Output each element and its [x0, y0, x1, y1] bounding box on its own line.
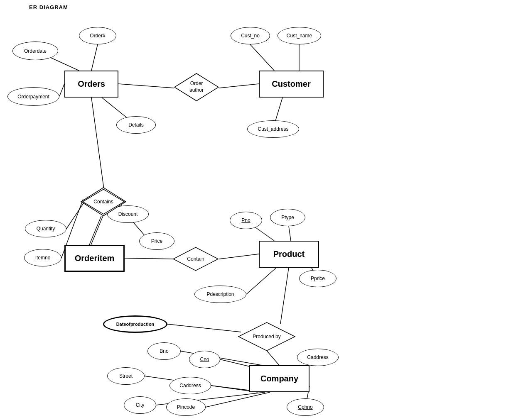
- svg-line-11: [91, 216, 103, 245]
- attr-caddress-bot: Caddress: [169, 377, 211, 394]
- svg-line-24: [267, 351, 279, 365]
- entity-product: Product: [259, 241, 319, 268]
- diagram-title: ER DIAGRAM: [29, 4, 68, 10]
- attr-quantity: Quantity: [25, 220, 66, 237]
- attr-bno: Bno: [147, 342, 181, 360]
- attr-pdescription: Pdescription: [194, 286, 246, 303]
- attr-pno: Pno: [230, 212, 262, 229]
- attr-dateofproduction: Dateofproduction: [103, 315, 167, 333]
- svg-text:Contains: Contains: [93, 199, 113, 205]
- entity-company: Company: [249, 365, 309, 392]
- svg-marker-36: [81, 188, 126, 216]
- svg-marker-33: [174, 73, 219, 101]
- svg-marker-39: [173, 247, 218, 271]
- attr-ptype: Ptype: [270, 209, 305, 226]
- svg-line-6: [250, 44, 274, 71]
- attr-street: Street: [107, 367, 145, 385]
- attr-cno: Cno: [189, 351, 220, 368]
- attr-price: Price: [139, 232, 174, 250]
- attr-cust-name: Cust_name: [278, 27, 321, 44]
- svg-marker-37: [83, 189, 124, 214]
- attr-orderpayment: Orderpayment: [7, 87, 59, 106]
- relationship-contains: Contains: [80, 187, 127, 217]
- svg-line-10: [89, 216, 101, 245]
- svg-line-5: [219, 84, 259, 88]
- attr-itemno: Itemno: [24, 249, 61, 266]
- relationship-produced-by: Produced by: [238, 322, 296, 352]
- connections-layer: [0, 0, 506, 420]
- entity-orders: Orders: [64, 71, 118, 98]
- svg-line-2: [59, 84, 64, 96]
- attr-pprice: Pprice: [299, 270, 337, 287]
- svg-line-22: [280, 268, 289, 324]
- relationship-order-author: Order author: [174, 73, 219, 102]
- attr-details: Details: [116, 116, 156, 134]
- entity-customer: Customer: [259, 71, 324, 98]
- svg-line-17: [219, 254, 259, 259]
- svg-marker-41: [238, 322, 295, 351]
- svg-line-9: [91, 98, 104, 189]
- svg-line-20: [246, 268, 276, 294]
- svg-line-31: [206, 392, 270, 407]
- relationship-contain: Contain: [172, 247, 219, 271]
- attr-cphno: Cphno: [287, 398, 324, 416]
- attr-pincode: Pincode: [166, 398, 206, 416]
- svg-text:Order: Order: [190, 81, 203, 86]
- attr-ordernum: Order#: [79, 27, 116, 44]
- svg-text:Produced by: Produced by: [253, 334, 280, 339]
- svg-text:author: author: [189, 87, 204, 93]
- attr-city: City: [124, 396, 156, 414]
- attr-cust-address: Cust_address: [247, 120, 299, 138]
- entity-orderitem: Orderitem: [64, 245, 125, 272]
- attr-orderdate: Orderdate: [12, 42, 58, 60]
- svg-text:Contain: Contain: [187, 256, 204, 262]
- attr-caddress-top: Caddress: [297, 349, 339, 366]
- er-diagram: ER DIAGRAM: [0, 0, 506, 420]
- svg-line-23: [167, 324, 241, 332]
- svg-line-16: [125, 258, 174, 259]
- attr-cust-no: Cust_no: [231, 27, 270, 44]
- svg-line-1: [91, 44, 98, 71]
- svg-line-4: [118, 84, 174, 88]
